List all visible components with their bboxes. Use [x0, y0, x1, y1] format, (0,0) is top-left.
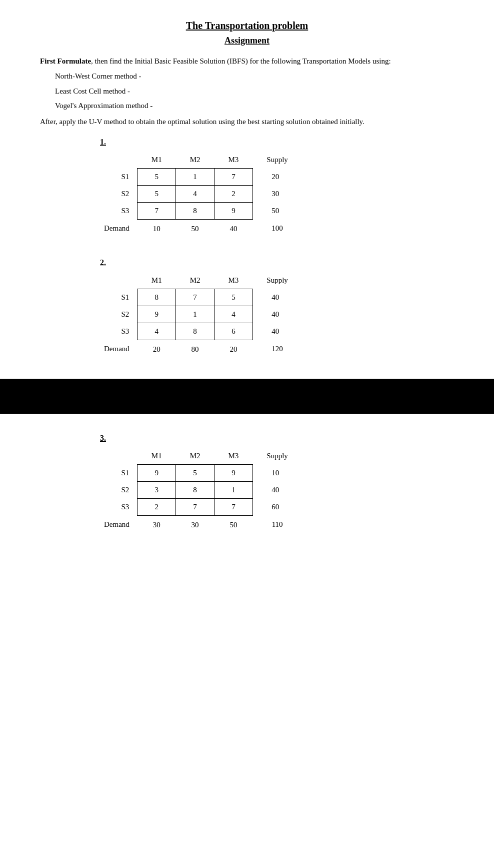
method-2: Least Cost Cell method -: [55, 85, 454, 98]
row-label-s3: S3: [90, 202, 138, 219]
after-text: After, apply the U-V method to obtain th…: [40, 116, 454, 128]
table-row: S1 8 7 5 40: [90, 289, 302, 306]
cell-s3-m1: 2: [138, 498, 176, 515]
cell-s2-m1: 9: [138, 306, 176, 323]
table-header-row: M1 M2 M3 Supply: [90, 152, 302, 169]
demand-total: 100: [252, 219, 302, 238]
cell-s1-m3: 5: [214, 289, 253, 306]
cell-s3-m3: 9: [214, 202, 253, 219]
methods-list: North-West Corner method - Least Cost Ce…: [55, 70, 454, 113]
row-label-s1: S1: [90, 168, 138, 185]
header-empty: [90, 272, 138, 289]
row-label-s2: S2: [90, 481, 138, 498]
header-m2: M2: [176, 448, 214, 465]
cell-s2-m3: 1: [214, 481, 253, 498]
cell-s3-m3: 7: [214, 498, 253, 515]
header-m1: M1: [138, 152, 176, 169]
supply-s1: 10: [252, 464, 302, 481]
problem-3-table: M1 M2 M3 Supply S1 9 5 9 10 S2: [90, 448, 302, 534]
demand-m1: 10: [138, 219, 176, 238]
row-label-s3: S3: [90, 498, 138, 515]
header-supply: Supply: [252, 272, 302, 289]
header-m3: M3: [214, 272, 253, 289]
row-label-s2: S2: [90, 306, 138, 323]
cell-s1-m1: 9: [138, 464, 176, 481]
table-row: S3 4 8 6 40: [90, 323, 302, 340]
table-row: S2 5 4 2 30: [90, 185, 302, 202]
demand-m2: 30: [176, 515, 214, 534]
supply-s2: 40: [252, 481, 302, 498]
problem-1-number: 1.: [100, 138, 454, 147]
header-m2: M2: [176, 272, 214, 289]
demand-m1: 30: [138, 515, 176, 534]
header-supply: Supply: [252, 448, 302, 465]
cell-s1-m1: 5: [138, 168, 176, 185]
demand-total: 120: [252, 340, 302, 359]
demand-label: Demand: [90, 515, 138, 534]
demand-m3: 50: [214, 515, 253, 534]
row-label-s3: S3: [90, 323, 138, 340]
demand-m3: 20: [214, 340, 253, 359]
cell-s2-m2: 8: [176, 481, 214, 498]
method-1: North-West Corner method -: [55, 70, 454, 83]
problem-1-section: 1. M1 M2 M3 Supply S1 5 1: [40, 138, 454, 238]
header-m1: M1: [138, 272, 176, 289]
cell-s1-m2: 5: [176, 464, 214, 481]
supply-s3: 60: [252, 498, 302, 515]
cell-s2-m1: 5: [138, 185, 176, 202]
header-m3: M3: [214, 152, 253, 169]
supply-s1: 40: [252, 289, 302, 306]
cell-s1-m3: 7: [214, 168, 253, 185]
cell-s3-m2: 8: [176, 323, 214, 340]
page-top: The Transportation problem Assignment Fi…: [0, 0, 494, 359]
sub-title: Assignment: [40, 36, 454, 46]
problem-1-table: M1 M2 M3 Supply S1 5 1 7 20 S2: [90, 152, 302, 238]
demand-m3: 40: [214, 219, 253, 238]
supply-s3: 50: [252, 202, 302, 219]
problem-1-table-wrapper: M1 M2 M3 Supply S1 5 1 7 20 S2: [90, 152, 454, 238]
table-row: S1 9 5 9 10: [90, 464, 302, 481]
demand-m2: 80: [176, 340, 214, 359]
cell-s2-m2: 1: [176, 306, 214, 323]
problem-2-number: 2.: [100, 258, 454, 267]
intro-text: First Formulate, then find the Initial B…: [40, 55, 454, 67]
row-label-s1: S1: [90, 464, 138, 481]
table-header-row: M1 M2 M3 Supply: [90, 448, 302, 465]
table-row: S3 2 7 7 60: [90, 498, 302, 515]
problem-3-number: 3.: [100, 434, 454, 443]
cell-s3-m2: 7: [176, 498, 214, 515]
cell-s2-m1: 3: [138, 481, 176, 498]
row-label-s2: S2: [90, 185, 138, 202]
black-band-separator: [0, 379, 494, 414]
cell-s3-m1: 7: [138, 202, 176, 219]
header-empty: [90, 448, 138, 465]
supply-s2: 30: [252, 185, 302, 202]
supply-s2: 40: [252, 306, 302, 323]
problem-3-table-wrapper: M1 M2 M3 Supply S1 9 5 9 10 S2: [90, 448, 454, 534]
row-label-s1: S1: [90, 289, 138, 306]
cell-s2-m3: 4: [214, 306, 253, 323]
cell-s2-m2: 4: [176, 185, 214, 202]
table-row: S2 9 1 4 40: [90, 306, 302, 323]
header-supply: Supply: [252, 152, 302, 169]
cell-s2-m3: 2: [214, 185, 253, 202]
white-resume: 3. M1 M2 M3 Supply S1 9 5: [0, 414, 494, 574]
demand-label: Demand: [90, 219, 138, 238]
problem-2-table: M1 M2 M3 Supply S1 8 7 5 40 S2: [90, 272, 302, 359]
problem-3-section: 3. M1 M2 M3 Supply S1 9 5: [40, 434, 454, 534]
table-header-row: M1 M2 M3 Supply: [90, 272, 302, 289]
supply-s3: 40: [252, 323, 302, 340]
demand-row: Demand 10 50 40 100: [90, 219, 302, 238]
table-row: S1 5 1 7 20: [90, 168, 302, 185]
demand-m2: 50: [176, 219, 214, 238]
cell-s1-m3: 9: [214, 464, 253, 481]
header-m2: M2: [176, 152, 214, 169]
cell-s1-m2: 1: [176, 168, 214, 185]
demand-row: Demand 30 30 50 110: [90, 515, 302, 534]
cell-s3-m2: 8: [176, 202, 214, 219]
method-3: Vogel's Approximation method -: [55, 100, 454, 113]
main-title: The Transportation problem: [40, 20, 454, 32]
demand-total: 110: [252, 515, 302, 534]
cell-s3-m3: 6: [214, 323, 253, 340]
cell-s1-m1: 8: [138, 289, 176, 306]
